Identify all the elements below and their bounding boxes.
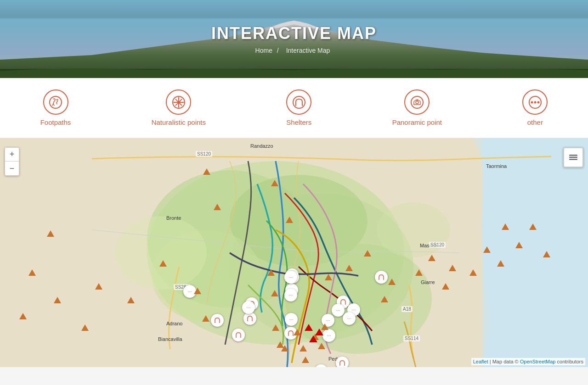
svg-point-29 [377, 202, 450, 257]
filter-shelters[interactable]: Shelters [277, 85, 321, 131]
page-title: INTERACTIVE MAP [211, 24, 377, 43]
tri-marker-13[interactable] [267, 269, 275, 276]
road-label-ss120-2: SS120 [429, 242, 446, 248]
naturalistic-label: Naturalistic points [152, 118, 206, 126]
road-label-ss120-1: SS120 [196, 151, 212, 157]
map-container[interactable]: Randazzo Taormina Bronte Mascali Giarre … [0, 138, 588, 367]
shelter-marker-1[interactable] [243, 312, 256, 325]
label-giarre: Giarre [421, 279, 435, 285]
tri-marker-32[interactable] [449, 265, 456, 271]
other-icon [522, 89, 548, 115]
hero-content: INTERACTIVE MAP Home / Interactive Map [211, 24, 377, 54]
layer-control [563, 147, 583, 167]
other-marker-5[interactable]: ··· [285, 313, 298, 326]
tri-marker-27[interactable] [381, 296, 388, 302]
other-marker-8[interactable]: ··· [343, 312, 356, 325]
tri-marker-4[interactable] [54, 297, 61, 303]
road-label-a18: A18 [401, 306, 413, 312]
leaflet-link[interactable]: Leaflet [473, 359, 488, 364]
svg-point-15 [411, 96, 423, 108]
tri-marker-37[interactable] [515, 242, 523, 248]
svg-point-18 [531, 101, 533, 103]
other-marker-4[interactable]: ··· [284, 289, 297, 301]
breadcrumb-current: Interactive Map [286, 47, 330, 54]
svg-point-10 [178, 97, 179, 98]
breadcrumb-home[interactable]: Home [255, 47, 272, 54]
tri-marker-14[interactable] [271, 290, 278, 296]
tri-marker-36[interactable] [502, 223, 509, 230]
svg-point-14 [293, 96, 305, 108]
tri-marker-28[interactable] [388, 279, 396, 285]
tri-marker-40[interactable] [364, 250, 371, 257]
other-marker-7[interactable]: ··· [332, 304, 345, 317]
road-label-ss114: SS114 [403, 335, 420, 341]
filter-footpaths[interactable]: Footpaths [31, 85, 80, 131]
footpaths-label: Footpaths [40, 118, 71, 126]
tri-marker-20[interactable] [302, 357, 309, 363]
label-adrano: Adrano [166, 321, 182, 326]
tri-marker-8[interactable] [159, 260, 167, 267]
svg-point-19 [534, 101, 536, 103]
svg-line-4 [52, 104, 53, 106]
red-tri-marker-2[interactable] [309, 335, 317, 342]
breadcrumb-separator: / [277, 47, 279, 54]
tri-marker-7[interactable] [127, 297, 135, 303]
red-tri-marker-3[interactable] [315, 329, 323, 335]
other-marker-10[interactable]: ··· [322, 329, 335, 342]
tri-marker-11[interactable] [203, 168, 210, 175]
tri-marker-30[interactable] [428, 255, 435, 261]
other-marker-13[interactable]: ··· [284, 271, 297, 284]
tri-marker-39[interactable] [543, 251, 550, 257]
tri-marker-23[interactable] [325, 274, 332, 280]
tri-marker-19[interactable] [300, 345, 307, 352]
shelter-marker-2[interactable] [232, 329, 245, 341]
contributors-text: contributors [557, 359, 583, 364]
tri-marker-18[interactable] [294, 329, 301, 335]
other-label: other [527, 118, 543, 126]
tri-marker-12[interactable] [214, 204, 221, 210]
shelter-marker-3[interactable] [211, 314, 224, 327]
hero-section: INTERACTIVE MAP Home / Interactive Map [0, 0, 588, 78]
svg-point-2 [50, 96, 62, 108]
tri-marker-15[interactable] [272, 324, 279, 331]
tri-marker-1[interactable] [47, 230, 54, 237]
tri-marker-41[interactable] [345, 265, 353, 271]
svg-rect-32 [569, 157, 577, 158]
label-taormina: Taormina [486, 163, 507, 169]
filter-panoramic[interactable]: Panoramic point [383, 85, 451, 131]
tri-marker-33[interactable] [469, 269, 477, 276]
filter-naturalistic[interactable]: Naturalistic points [142, 85, 215, 131]
zoom-controls: + − [5, 147, 19, 176]
tri-marker-9[interactable] [194, 288, 201, 294]
other-marker-12[interactable]: ··· [242, 301, 255, 314]
zoom-out-button[interactable]: − [5, 162, 19, 175]
tri-marker-6[interactable] [95, 283, 102, 290]
tri-marker-25[interactable] [286, 217, 293, 223]
panoramic-icon [404, 89, 430, 115]
svg-point-11 [178, 106, 179, 107]
tri-marker-26[interactable] [271, 180, 278, 186]
tri-marker-17[interactable] [281, 345, 288, 352]
tri-marker-29[interactable] [415, 269, 423, 276]
label-biancavilla: Biancavilla [158, 336, 182, 342]
layers-button[interactable] [563, 147, 583, 167]
shelters-label: Shelters [286, 118, 311, 126]
naturalistic-icon [166, 89, 191, 115]
tri-marker-21[interactable] [318, 343, 325, 349]
tri-marker-3[interactable] [19, 313, 27, 319]
tri-marker-34[interactable] [483, 246, 491, 253]
tri-marker-35[interactable] [497, 260, 504, 267]
tri-marker-2[interactable] [28, 269, 36, 276]
filter-other[interactable]: other [513, 85, 557, 131]
footpath-icon [43, 89, 68, 115]
osm-link[interactable]: OpenStreetMap [520, 359, 556, 364]
tri-marker-38[interactable] [529, 223, 537, 230]
tri-marker-31[interactable] [442, 283, 449, 290]
tri-marker-5[interactable] [81, 324, 89, 331]
zoom-in-button[interactable]: + [5, 148, 19, 162]
shelter-marker-9[interactable] [375, 271, 388, 284]
tri-marker-10[interactable] [202, 315, 209, 322]
red-tri-marker-1[interactable] [305, 324, 313, 331]
shelter-marker-6[interactable] [336, 357, 349, 367]
label-bronte: Bronte [166, 215, 181, 221]
